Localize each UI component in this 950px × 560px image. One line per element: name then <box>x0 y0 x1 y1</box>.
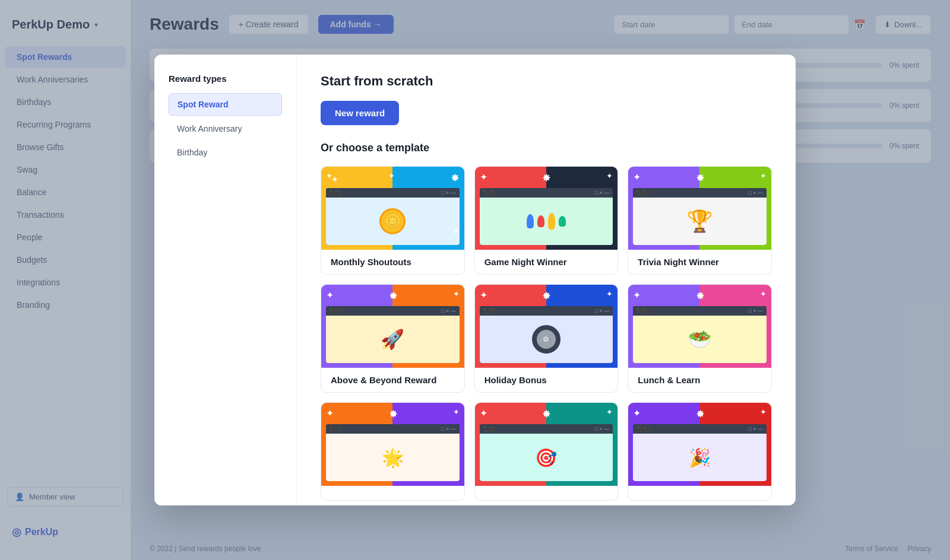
reward-type-work-anniversary[interactable]: Work Anniversary <box>169 118 282 139</box>
modal-sidebar: Reward types Spot Reward Work Anniversar… <box>154 55 297 505</box>
reward-type-birthday[interactable]: Birthday <box>169 142 282 163</box>
modal-body: Start from scratch New reward Or choose … <box>297 55 796 505</box>
template-label: Holiday Bonus <box>475 368 618 392</box>
template-holiday-bonus[interactable]: ✦ ✸ ✦ ⬛ ⬛ □ × — <box>474 284 619 393</box>
template-thumbnail: ✦ ✸ ✦ ⬛ ⬛ □ × — <box>321 285 464 368</box>
template-label: Above & Beyond Reward <box>321 368 464 392</box>
template-label: Monthly Shoutouts <box>321 250 464 274</box>
template-lunch-learn[interactable]: ✦ ✸ ✦ ⬛ ⬛ □ × — <box>628 284 772 393</box>
template-thumbnail: ✦ ✦ ✸ ⬛ ⬛ □ × — <box>321 167 464 250</box>
reward-types-title: Reward types <box>169 74 282 84</box>
choose-template-title: Or choose a template <box>321 142 772 154</box>
template-label <box>321 486 464 500</box>
template-label <box>475 486 618 500</box>
template-thumbnail: ✦ ✸ ✦ ⬛ ⬛ □ × — <box>628 403 771 486</box>
create-reward-modal: Reward types Spot Reward Work Anniversar… <box>154 55 796 505</box>
template-label: Game Night Winner <box>475 250 618 274</box>
template-label: Trivia Night Winner <box>628 250 771 274</box>
template-above-beyond[interactable]: ✦ ✸ ✦ ⬛ ⬛ □ × — <box>321 284 465 393</box>
template-trivia-night-winner[interactable]: ✦ ✸ ✦ ⬛ ⬛ □ × — <box>628 166 772 275</box>
template-thumbnail: ✦ ✸ ✦ ⬛ ⬛ □ × — <box>475 285 618 368</box>
template-thumbnail: ✦ ✸ ✦ ⬛ ⬛ □ × — <box>321 403 464 486</box>
new-reward-button[interactable]: New reward <box>321 101 399 125</box>
start-from-scratch-title: Start from scratch <box>321 74 772 89</box>
template-bottom-2[interactable]: ✦ ✸ ✦ ⬛ ⬛ □ × — <box>474 402 619 501</box>
templates-grid: ✦ ✦ ✸ ⬛ ⬛ □ × — <box>321 166 772 501</box>
template-thumbnail: ✦ ✸ ✦ ⬛ ⬛ □ × — <box>475 167 618 250</box>
template-thumbnail: ✦ ✸ ✦ ⬛ ⬛ □ × — <box>628 167 771 250</box>
modal-overlay[interactable]: Reward types Spot Reward Work Anniversar… <box>0 0 950 560</box>
template-thumbnail: ✦ ✸ ✦ ⬛ ⬛ □ × — <box>628 285 771 368</box>
template-monthly-shoutouts[interactable]: ✦ ✦ ✸ ⬛ ⬛ □ × — <box>321 166 465 275</box>
new-reward-label: New reward <box>335 108 385 118</box>
template-label: Lunch & Learn <box>628 368 771 392</box>
reward-type-spot[interactable]: Spot Reward <box>169 93 282 116</box>
template-game-night-winner[interactable]: ✦ ✸ ✦ ⬛ ⬛ □ × — <box>474 166 619 275</box>
template-thumbnail: ✦ ✸ ✦ ⬛ ⬛ □ × — <box>475 403 618 486</box>
template-bottom-3[interactable]: ✦ ✸ ✦ ⬛ ⬛ □ × — <box>628 402 772 501</box>
template-label <box>628 486 771 500</box>
template-bottom-1[interactable]: ✦ ✸ ✦ ⬛ ⬛ □ × — <box>321 402 465 501</box>
